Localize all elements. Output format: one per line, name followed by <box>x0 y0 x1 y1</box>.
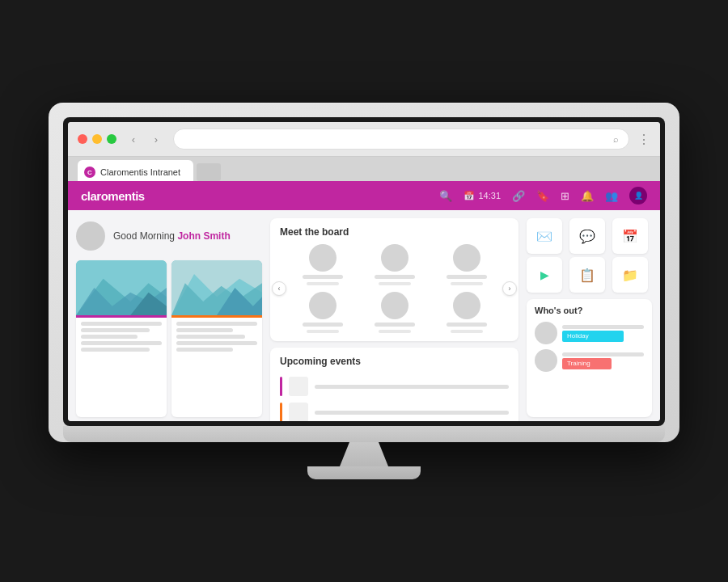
forward-button[interactable]: › <box>147 130 165 148</box>
skeleton-line <box>176 341 257 345</box>
board-person-4[interactable] <box>290 292 355 333</box>
quick-link-email[interactable]: ✉️ <box>527 218 562 254</box>
out-bg-bar-1 <box>562 325 644 329</box>
quick-link-calendar[interactable]: 📅 <box>612 218 648 254</box>
browser-menu-button[interactable]: ⋮ <box>637 132 650 147</box>
board-avatar <box>453 292 480 319</box>
tab-favicon: C <box>84 167 95 178</box>
board-name-skeleton <box>303 323 343 327</box>
intranet-app: claromentis 🔍 📅 14:31 🔗 🔖 ⊞ 🔔 👥 <box>68 181 660 421</box>
play-icon: ▶ <box>540 268 549 281</box>
board-next-arrow[interactable]: › <box>502 281 517 296</box>
skeleton-line <box>176 348 233 352</box>
quick-links-grid: ✉️ 💬 📅 ▶ <box>527 218 652 293</box>
greeting-text: Good Morning John Smith <box>113 230 231 242</box>
monitor-body: ‹ › ⌕ ⋮ C Claromentis Intranet <box>49 103 679 442</box>
grid-nav-icon[interactable]: ⊞ <box>561 190 569 202</box>
address-search-icon: ⌕ <box>613 134 619 144</box>
time-display: 14:31 <box>478 191 501 200</box>
email-icon: ✉️ <box>536 229 552 244</box>
board-role-skeleton <box>451 330 483 333</box>
monitor: ‹ › ⌕ ⋮ C Claromentis Intranet <box>49 103 679 479</box>
event-date-1 <box>289 377 308 396</box>
whos-out-title: Who's out? <box>535 306 644 315</box>
bookmark-nav-icon[interactable]: 🔖 <box>536 190 549 202</box>
people-nav-icon[interactable]: 👥 <box>605 190 618 202</box>
board-name-skeleton <box>303 275 343 279</box>
board-person-2[interactable] <box>362 244 427 285</box>
grid-icon: 📋 <box>579 268 595 283</box>
skeleton-line <box>176 335 245 339</box>
tab-bar: C Claromentis Intranet <box>68 157 660 181</box>
brand-logo: claromentis <box>81 189 426 203</box>
nav-time: 📅 14:31 <box>463 191 501 201</box>
board-avatar <box>381 292 408 319</box>
quick-link-video[interactable]: ▶ <box>527 257 562 293</box>
browser-navigation: ‹ › <box>125 130 165 148</box>
board-role-skeleton <box>307 282 339 285</box>
event-title-skeleton <box>315 385 509 389</box>
active-tab[interactable]: C Claromentis Intranet <box>78 160 193 181</box>
out-info-2: Training <box>562 352 644 369</box>
nav-icons: 🔍 📅 14:31 🔗 🔖 ⊞ 🔔 👥 👤 <box>439 187 647 205</box>
meet-board-title: Meet the board <box>280 226 509 238</box>
quick-link-folder[interactable]: 📁 <box>612 257 648 293</box>
address-bar[interactable]: ⌕ <box>173 129 629 150</box>
quick-link-chat[interactable]: 💬 <box>569 218 605 254</box>
board-avatar <box>309 244 336 272</box>
search-nav-icon[interactable]: 🔍 <box>439 190 452 202</box>
quick-link-board[interactable]: 📋 <box>569 257 605 293</box>
back-button[interactable]: ‹ <box>125 130 142 148</box>
skeleton-line <box>81 322 162 326</box>
board-name-skeleton <box>375 275 415 279</box>
news-card-image-2 <box>171 260 262 315</box>
traffic-lights <box>78 134 116 144</box>
board-name-skeleton <box>447 275 487 279</box>
upcoming-events-widget: Upcoming events <box>270 348 518 421</box>
board-role-skeleton <box>379 330 411 333</box>
maximize-button[interactable] <box>107 134 116 144</box>
out-bar-holiday: Holiday <box>562 331 624 342</box>
board-avatar <box>381 244 408 272</box>
close-button[interactable] <box>78 134 87 144</box>
out-info-1: Holiday <box>562 325 644 342</box>
board-avatar <box>309 292 336 319</box>
monitor-stand <box>49 442 679 479</box>
board-person-5[interactable] <box>362 292 427 333</box>
news-card-1[interactable] <box>76 260 167 417</box>
greeting-row: Good Morning John Smith <box>76 218 262 254</box>
skeleton-line <box>81 341 162 345</box>
skeleton-line <box>81 348 150 352</box>
news-card-image-1 <box>76 260 167 315</box>
browser-chrome: ‹ › ⌕ ⋮ <box>68 122 660 157</box>
minimize-button[interactable] <box>92 134 102 144</box>
skeleton-line <box>176 322 257 326</box>
out-bar-training: Training <box>562 358 612 369</box>
out-bg-bar-2 <box>562 352 644 356</box>
link-nav-icon[interactable]: 🔗 <box>512 190 525 202</box>
event-item-2[interactable] <box>280 399 509 421</box>
out-person-2: Training <box>535 349 644 372</box>
left-column: Good Morning John Smith <box>76 218 262 417</box>
board-avatar <box>453 244 480 272</box>
board-role-skeleton <box>307 330 339 333</box>
board-person-6[interactable] <box>434 292 499 333</box>
news-card-2[interactable] <box>171 260 262 417</box>
news-card-body-1 <box>76 318 167 356</box>
chat-icon: 💬 <box>579 229 595 244</box>
top-nav: claromentis 🔍 📅 14:31 🔗 🔖 ⊞ 🔔 👥 <box>68 181 660 210</box>
board-role-skeleton <box>379 282 411 285</box>
events-list <box>280 373 509 421</box>
event-date-2 <box>289 403 308 421</box>
board-person-3[interactable] <box>434 244 499 285</box>
skeleton-line <box>81 328 150 332</box>
event-item-1[interactable] <box>280 373 509 399</box>
bell-nav-icon[interactable]: 🔔 <box>581 190 594 202</box>
user-avatar-nav[interactable]: 👤 <box>629 187 647 205</box>
out-person-1: Holiday <box>535 322 644 344</box>
board-prev-arrow[interactable]: ‹ <box>272 281 286 296</box>
board-person-1[interactable] <box>290 244 355 285</box>
out-avatar-1 <box>535 322 557 344</box>
skeleton-line <box>176 328 233 332</box>
monitor-bottom-bar <box>63 426 665 442</box>
